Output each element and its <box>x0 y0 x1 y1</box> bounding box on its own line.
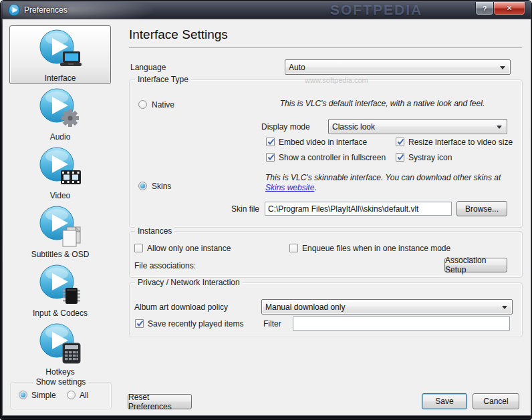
fullscreen-controller-label[interactable]: Show a controller in fullscreen <box>279 153 386 162</box>
show-settings-group: Show settings Simple All <box>10 382 112 409</box>
display-mode-dropdown[interactable]: Classic look <box>328 119 507 134</box>
instances-label: Instances <box>135 226 174 236</box>
cancel-button[interactable]: Cancel <box>473 393 519 409</box>
native-label[interactable]: Native <box>152 100 174 110</box>
title-separator <box>129 47 522 48</box>
allow-one-instance-label[interactable]: Allow only one instance <box>147 244 231 253</box>
sidebar-item-hotkeys[interactable]: Hotkeys <box>9 319 111 378</box>
show-settings-label: Show settings <box>33 377 89 387</box>
album-art-dropdown[interactable]: Manual download only <box>261 299 513 314</box>
skins-website-link[interactable]: Skins website <box>265 183 314 192</box>
softpedia-url-watermark: www.softpedia.com <box>305 76 368 84</box>
systray-icon-checkbox[interactable] <box>396 153 404 162</box>
window-title: Preferences <box>24 5 68 15</box>
native-description: This is VLC's default interface, with a … <box>251 99 513 109</box>
chevron-down-icon <box>500 66 505 69</box>
sidebar-item-label: Input & Codecs <box>33 308 88 318</box>
allow-one-instance-checkbox[interactable] <box>134 244 143 252</box>
close-button[interactable]: ✕ <box>493 2 525 15</box>
fullscreen-controller-checkbox[interactable] <box>266 153 275 162</box>
sidebar-item-input-codecs[interactable]: Input & Codecs <box>9 260 111 319</box>
album-art-label: Album art download policy <box>134 302 228 312</box>
save-recent-checkbox[interactable] <box>135 319 144 328</box>
subtitles-icon <box>39 205 82 248</box>
sidebar-item-label: Audio <box>50 132 71 142</box>
filter-label: Filter <box>263 319 281 329</box>
reset-preferences-button[interactable]: Reset Preferences <box>128 394 192 409</box>
video-icon <box>39 146 82 189</box>
native-radio[interactable] <box>138 100 147 109</box>
app-play-icon <box>8 4 20 16</box>
filter-input[interactable] <box>293 317 510 331</box>
resize-interface-checkbox[interactable] <box>396 138 404 146</box>
hotkeys-icon <box>39 323 82 365</box>
skins-radio[interactable] <box>138 182 147 190</box>
chevron-down-icon <box>497 126 502 129</box>
interface-type-label: Interface Type <box>135 75 191 84</box>
embed-video-label[interactable]: Embed video in interface <box>279 138 367 147</box>
sidebar-item-subtitles[interactable]: Subtitles & OSD <box>9 202 111 260</box>
page-title: Interface Settings <box>129 27 228 42</box>
interface-icon <box>39 29 82 71</box>
enqueue-files-label[interactable]: Enqueue files when in one instance mode <box>302 244 450 253</box>
help-button[interactable]: ? <box>475 2 494 15</box>
sidebar-item-interface[interactable]: Interface <box>9 25 111 84</box>
show-settings-simple-label[interactable]: Simple <box>31 391 56 400</box>
client-area: Interface Audio <box>3 19 531 415</box>
file-associations-label: File associations: <box>134 261 196 270</box>
sidebar-item-video[interactable]: Video <box>9 143 111 202</box>
codec-chip-icon <box>39 264 82 306</box>
embed-video-checkbox[interactable] <box>266 138 275 146</box>
sidebar-item-label: Video <box>50 191 70 200</box>
sidebar-item-label: Interface <box>45 73 76 83</box>
save-recent-label[interactable]: Save recently played items <box>148 319 243 329</box>
sidebar-item-label: Hotkeys <box>45 367 74 377</box>
skin-file-label: Skin file <box>231 204 259 214</box>
skins-label[interactable]: Skins <box>152 182 171 191</box>
show-settings-all-label[interactable]: All <box>80 391 88 400</box>
close-icon: ✕ <box>506 4 512 13</box>
display-mode-label: Display mode <box>261 122 310 132</box>
audio-icon <box>39 87 82 130</box>
sidebar-item-audio[interactable]: Audio <box>9 84 111 143</box>
language-dropdown[interactable]: Auto <box>285 59 511 75</box>
enqueue-files-checkbox[interactable] <box>289 244 298 252</box>
titlebar[interactable]: Preferences SOFTPEDIA ? ✕ <box>3 2 529 19</box>
titlebar-watermark: SOFTPEDIA <box>330 2 422 18</box>
browse-button[interactable]: Browse... <box>456 201 507 216</box>
preferences-window: Preferences SOFTPEDIA ? ✕ <box>0 0 532 420</box>
systray-icon-label[interactable]: Systray icon <box>408 153 452 162</box>
association-setup-button[interactable]: Association Setup <box>444 258 507 272</box>
language-label: Language <box>130 63 166 72</box>
skins-description: This is VLC's skinnable interface. You c… <box>265 173 503 193</box>
chevron-down-icon <box>502 306 507 309</box>
save-button[interactable]: Save <box>422 393 467 409</box>
show-settings-simple-radio[interactable] <box>19 391 27 399</box>
resize-interface-label[interactable]: Resize interface to video size <box>408 138 513 147</box>
sidebar-item-label: Subtitles & OSD <box>31 250 90 259</box>
show-settings-all-radio[interactable] <box>67 391 76 399</box>
privacy-label: Privacy / Network Interaction <box>135 278 243 287</box>
skin-file-input[interactable] <box>265 202 452 216</box>
